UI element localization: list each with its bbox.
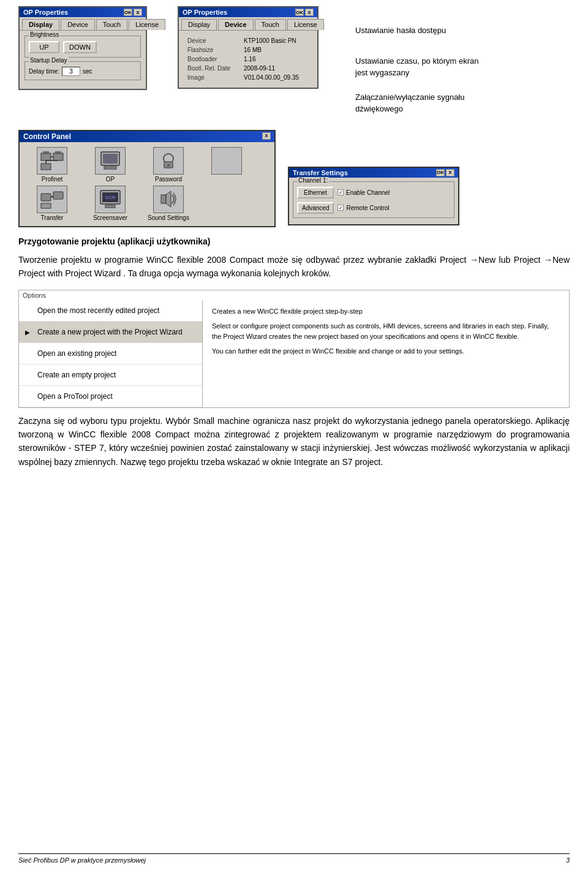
cp-sound-label: Sound Settings xyxy=(148,214,189,221)
ok-button-right[interactable]: OK xyxy=(295,9,304,16)
bootl-rel-date-value: 2008-09-11 xyxy=(241,64,311,72)
svg-text:SCR: SCR xyxy=(105,195,116,200)
svg-point-13 xyxy=(167,164,170,167)
control-panel-titlebar: Control Panel X xyxy=(20,131,274,142)
op-left-tabs: Display Device Touch License xyxy=(20,17,146,30)
op-icon xyxy=(95,147,126,175)
device-value: KTP1000 Basic PN xyxy=(241,37,311,45)
option-empty-label: Create an empty project xyxy=(37,371,116,379)
cp-icon-empty xyxy=(199,147,254,183)
tab-display-r[interactable]: Display xyxy=(181,19,217,30)
brightness-up-button[interactable]: UP xyxy=(29,41,59,53)
bootloader-label: Bootloader xyxy=(185,55,240,63)
cp-transfer-label: Transfer xyxy=(41,214,64,221)
enable-channel-label: Enable Channel xyxy=(346,189,390,196)
cp-profinet-label: Profinet xyxy=(42,176,62,183)
cp-icon-transfer[interactable]: Transfer xyxy=(24,186,80,221)
transfer-settings-dialog: Transfer Settings OK X Channel 1: Ethern… xyxy=(288,167,459,225)
options-description: Creates a new WinCC flexible project ste… xyxy=(203,300,569,407)
op-properties-right-dialog: OP Properties OK X Display Device Touch … xyxy=(178,6,318,89)
svg-rect-14 xyxy=(41,194,51,201)
tab-license-r[interactable]: License xyxy=(287,19,324,30)
bootloader-value: 1.16 xyxy=(241,55,311,63)
enable-channel-row: ✓ Enable Channel xyxy=(337,189,390,196)
table-row: Image V01.04.00.00_09.35 xyxy=(185,74,311,81)
tab-touch[interactable]: Touch xyxy=(96,19,127,30)
options-body: Open the most recently edited project ▶ … xyxy=(19,300,569,407)
annotation-1: Ustawianie hasła dostępu xyxy=(355,25,570,37)
page-footer: Sieć Profibus DP w praktyce przemysłowej… xyxy=(18,853,570,864)
options-title: Options xyxy=(19,290,569,300)
tab-touch-r[interactable]: Touch xyxy=(255,19,286,30)
option-recent-label: Open the most recently edited project xyxy=(37,306,159,315)
footer-left: Sieć Profibus DP w praktyce przemysłowej xyxy=(18,856,146,864)
transfer-settings-title: Transfer Settings xyxy=(293,169,348,176)
sec-label: sec xyxy=(83,68,92,75)
close-button-left[interactable]: X xyxy=(134,9,142,16)
options-panel: Options Open the most recently edited pr… xyxy=(18,290,570,408)
tab-license[interactable]: License xyxy=(129,19,165,30)
tab-display[interactable]: Display xyxy=(22,19,59,30)
cp-icon-password[interactable]: Password xyxy=(141,147,196,183)
image-value: V01.04.00.00_09.35 xyxy=(241,74,311,81)
delay-time-label: Delay time: xyxy=(29,68,59,75)
remote-control-checkbox[interactable]: ✓ xyxy=(337,205,344,211)
heading: Przygotowanie projektu (aplikacji użytko… xyxy=(18,236,211,246)
op-right-content: Device KTP1000 Basic PN Flashsize 16 MB … xyxy=(179,30,317,88)
footer-page-number: 3 xyxy=(566,856,570,864)
ethernet-button[interactable]: Ethernet xyxy=(297,187,334,198)
brightness-group: Brightness UP DOWN xyxy=(24,36,141,58)
op-properties-right-title: OP Properties xyxy=(183,9,227,16)
close-button-right[interactable]: X xyxy=(305,9,314,16)
svg-rect-5 xyxy=(41,164,51,170)
sound-settings-icon xyxy=(153,186,184,213)
ok-button-left[interactable]: OK xyxy=(124,9,132,16)
svg-rect-10 xyxy=(104,167,116,169)
intro-section: Przygotowanie projektu (aplikacji użytko… xyxy=(18,235,570,281)
op-properties-left-dialog: OP Properties OK X Display Device Touch … xyxy=(18,6,147,90)
svg-rect-1 xyxy=(43,151,49,154)
delay-time-input[interactable] xyxy=(62,67,80,76)
table-row: Bootl. Rel. Date 2008-09-11 xyxy=(185,64,311,72)
brightness-label: Brightness xyxy=(29,31,60,38)
option-protool[interactable]: Open a ProTool project xyxy=(19,386,202,407)
advanced-button[interactable]: Advanced xyxy=(297,202,334,214)
option-recent[interactable]: Open the most recently edited project xyxy=(19,300,202,322)
svg-rect-15 xyxy=(53,192,63,199)
svg-rect-18 xyxy=(41,203,51,208)
cp-icon-sound[interactable]: Sound Settings xyxy=(141,186,196,221)
cp-op-label: OP xyxy=(106,176,115,183)
option-wizard-label: Create a new project with the Project Wi… xyxy=(37,328,183,336)
cp-icon-profinet[interactable]: Profinet xyxy=(24,147,80,183)
control-panel-icons: Profinet OP xyxy=(20,142,274,226)
enable-channel-checkbox[interactable]: ✓ xyxy=(337,189,344,195)
tab-device[interactable]: Device xyxy=(61,19,95,30)
channel-group: Channel 1: Ethernet ✓ Enable Channel Adv… xyxy=(293,181,454,218)
options-desc-line1: Creates a new WinCC flexible project ste… xyxy=(212,306,560,317)
option-empty[interactable]: Create an empty project xyxy=(19,365,202,386)
svg-rect-9 xyxy=(103,154,118,164)
option-wizard[interactable]: ▶ Create a new project with the Project … xyxy=(19,322,202,343)
op-properties-left-title: OP Properties xyxy=(23,9,68,16)
device-label: Device xyxy=(185,37,240,45)
table-row: Bootloader 1.16 xyxy=(185,55,311,63)
bootl-rel-date-label: Bootl. Rel. Date xyxy=(185,64,240,72)
svg-marker-24 xyxy=(166,191,171,207)
cp-icon-screensaver[interactable]: SCR Screensaver xyxy=(83,186,138,221)
control-panel-dialog: Control Panel X xyxy=(18,130,276,227)
brightness-down-button[interactable]: DOWN xyxy=(63,41,97,53)
tab-device-r[interactable]: Device xyxy=(218,19,253,30)
transfer-icon xyxy=(37,186,67,213)
screensaver-icon: SCR xyxy=(95,186,126,213)
option-existing-label: Open an existing project xyxy=(37,349,116,358)
annotation-2: Ustawianie czasu, po którym ekran jest w… xyxy=(355,55,570,79)
empty-icon xyxy=(211,147,242,175)
op-properties-left-titlebar: OP Properties OK X xyxy=(20,7,146,17)
ts-ok-button[interactable]: OK xyxy=(436,169,445,176)
cp-screensaver-label: Screensaver xyxy=(93,214,127,221)
table-row: Device KTP1000 Basic PN xyxy=(185,37,311,45)
cp-icon-op[interactable]: OP xyxy=(83,147,138,183)
control-panel-close[interactable]: X xyxy=(262,132,271,140)
ts-close-button[interactable]: X xyxy=(446,169,454,176)
option-existing[interactable]: Open an existing project xyxy=(19,343,202,365)
